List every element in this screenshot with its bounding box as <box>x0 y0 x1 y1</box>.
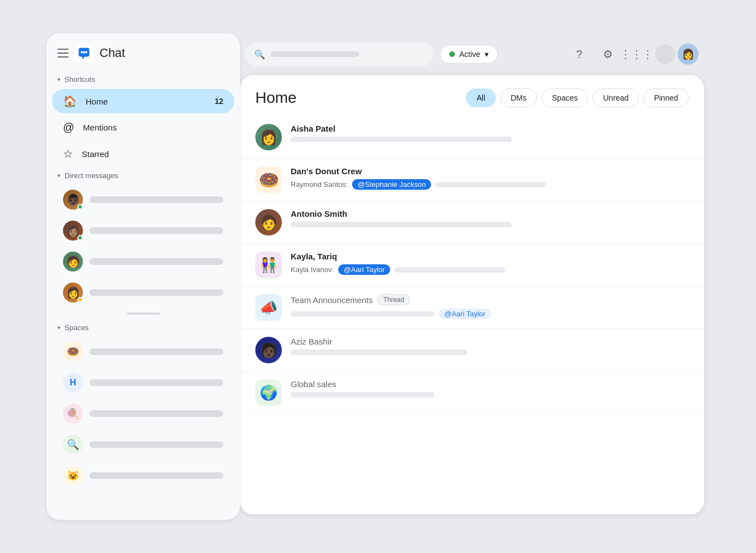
preview-bar-kayla-tariq <box>395 267 505 273</box>
dm-section-label: Direct messages <box>65 171 118 180</box>
chat-name-antonio: Antonio Smith <box>291 209 689 218</box>
chat-info-aisha: Aisha Patel <box>291 124 689 142</box>
dm-status-dot-4 <box>77 297 83 302</box>
apps-button[interactable]: ⋮⋮⋮ <box>627 44 647 64</box>
dm-chevron-icon: ▾ <box>57 173 60 179</box>
chat-avatar-global-sales: 🌍 <box>255 379 282 406</box>
chat-logo-icon <box>75 44 93 62</box>
preview-bar-team-1 <box>291 311 434 317</box>
search-icon: 🔍 <box>254 49 265 60</box>
dm-name-3 <box>90 258 223 265</box>
scrollbar-indicator[interactable] <box>127 312 160 315</box>
preview-sender-dans-donut: Raymond Santos: <box>291 180 348 189</box>
chat-preview-antonio <box>291 222 689 227</box>
thread-badge: Thread <box>377 294 410 305</box>
chat-avatar-aisha: 👩 <box>255 124 282 150</box>
space-icon-3: 🍭 <box>63 404 83 424</box>
home-title: Home <box>255 89 457 107</box>
chat-avatar-dans-donut: 🍩 <box>255 166 282 193</box>
chat-avatar-kayla-tariq: 👫 <box>255 252 282 278</box>
filter-tab-all[interactable]: All <box>466 88 496 107</box>
space-item-2[interactable]: H <box>52 368 234 397</box>
chat-info-global-sales: Global sales <box>291 379 689 398</box>
sidebar: Chat ▾ Shortcuts 🏠 Home 12 @ Mentions ☆ … <box>46 33 240 520</box>
menu-button[interactable] <box>57 49 69 58</box>
spaces-chevron-icon: ▾ <box>57 325 60 331</box>
space-name-1 <box>90 348 223 355</box>
preview-bar-dans-donut <box>435 182 546 187</box>
chat-info-team-announcements: Team Announcements Thread @Aari Taylor <box>291 294 689 319</box>
user-avatar[interactable]: 👩 <box>678 44 699 65</box>
chat-preview-kayla-tariq: Kayla Ivanov: @Aari Taylor <box>291 264 689 275</box>
space-icon-1: 🍩 <box>63 342 83 362</box>
space-item-5[interactable]: 😺 <box>52 461 234 490</box>
sidebar-item-starred[interactable]: ☆ Starred <box>52 142 234 166</box>
space-item-4[interactable]: 🔍 <box>52 430 234 459</box>
chat-avatar-team-announcements: 📣 <box>255 294 282 321</box>
search-bar[interactable]: 🔍 <box>245 42 433 66</box>
chat-name-aisha: Aisha Patel <box>291 124 689 133</box>
status-indicator <box>449 51 455 57</box>
filter-tab-spaces[interactable]: Spaces <box>542 88 589 107</box>
top-bar-icons: ? ⚙ ⋮⋮⋮ 👩 <box>569 44 699 65</box>
sidebar-header: Chat <box>46 44 240 71</box>
spaces-section-header[interactable]: ▾ Spaces <box>46 319 240 336</box>
home-badge: 12 <box>214 97 223 106</box>
search-input[interactable] <box>271 51 359 57</box>
chat-info-aziz: Aziz Bashir <box>291 337 689 355</box>
home-panel: Home All DMs Spaces Unread Pinned 👩 <box>240 75 704 514</box>
dm-status-dot-1 <box>77 204 83 210</box>
app-title: Chat <box>99 46 125 60</box>
mention-tag-stephanie: @Stephanie Jackson <box>352 179 431 190</box>
mention-tag-aari-team: @Aari Taylor <box>439 309 491 319</box>
dm-avatar-4: 👩 <box>63 283 83 302</box>
star-icon: ☆ <box>63 147 73 160</box>
chat-item-team-announcements[interactable]: 📣 Team Announcements Thread @Aari Taylor <box>240 286 704 329</box>
chat-avatar-aziz: 🧑🏿 <box>255 337 282 363</box>
filter-tab-unread[interactable]: Unread <box>592 88 639 107</box>
shortcuts-section-header[interactable]: ▾ Shortcuts <box>46 71 240 88</box>
dm-item-3[interactable]: 🧑 <box>52 247 234 276</box>
shortcuts-label: Shortcuts <box>65 75 95 84</box>
dm-item-2[interactable]: 👩🏽 <box>52 216 234 245</box>
avatar-placeholder <box>655 44 675 64</box>
space-name-3 <box>90 410 223 417</box>
chat-name-kayla-tariq: Kayla, Tariq <box>291 252 689 261</box>
space-item-1[interactable]: 🍩 <box>52 337 234 366</box>
mentions-label: Mentions <box>83 123 117 132</box>
dm-avatar-3: 🧑 <box>63 252 83 272</box>
chat-item-global-sales[interactable]: 🌍 Global sales <box>240 372 704 414</box>
dm-avatar-2: 👩🏽 <box>63 221 83 241</box>
direct-messages-section-header[interactable]: ▾ Direct messages <box>46 167 240 184</box>
settings-button[interactable]: ⚙ <box>598 44 618 64</box>
chat-preview-team-announcements: @Aari Taylor <box>291 309 689 319</box>
space-item-3[interactable]: 🍭 <box>52 399 234 428</box>
home-icon: 🏠 <box>63 95 77 108</box>
sidebar-item-mentions[interactable]: @ Mentions <box>52 116 234 139</box>
chat-item-aisha[interactable]: 👩 Aisha Patel <box>240 116 704 159</box>
filter-tabs: All DMs Spaces Unread Pinned <box>466 88 689 107</box>
preview-bar-global-sales <box>291 392 434 398</box>
svg-point-2 <box>83 51 85 53</box>
help-button[interactable]: ? <box>569 44 589 64</box>
sidebar-item-home[interactable]: 🏠 Home 12 <box>52 89 234 113</box>
chat-avatar-antonio: 🧑 <box>255 209 282 236</box>
dm-name-1 <box>90 196 223 203</box>
top-bar: 🔍 Active ▾ ? ⚙ ⋮⋮⋮ 👩 <box>234 33 710 75</box>
status-button[interactable]: Active ▾ <box>440 45 498 64</box>
spaces-label: Spaces <box>65 324 88 332</box>
chat-item-aziz[interactable]: 🧑🏿 Aziz Bashir <box>240 329 704 372</box>
dm-item-4[interactable]: 👩 <box>52 278 234 307</box>
dm-item-1[interactable]: 👨🏿 <box>52 185 234 214</box>
svg-point-3 <box>85 51 87 53</box>
user-avatar-group: 👩 <box>655 44 699 65</box>
filter-tab-dms[interactable]: DMs <box>500 88 537 107</box>
filter-tab-pinned[interactable]: Pinned <box>643 88 689 107</box>
chat-item-dans-donut[interactable]: 🍩 Dan's Donut Crew Raymond Santos: @Step… <box>240 159 704 201</box>
app-container: Chat ▾ Shortcuts 🏠 Home 12 @ Mentions ☆ … <box>46 33 710 520</box>
chat-item-antonio[interactable]: 🧑 Antonio Smith <box>240 201 704 244</box>
chat-name-aziz: Aziz Bashir <box>291 337 689 346</box>
preview-bar-aziz <box>291 349 468 355</box>
chat-item-kayla-tariq[interactable]: 👫 Kayla, Tariq Kayla Ivanov: @Aari Taylo… <box>240 244 704 286</box>
chat-info-kayla-tariq: Kayla, Tariq Kayla Ivanov: @Aari Taylor <box>291 252 689 275</box>
